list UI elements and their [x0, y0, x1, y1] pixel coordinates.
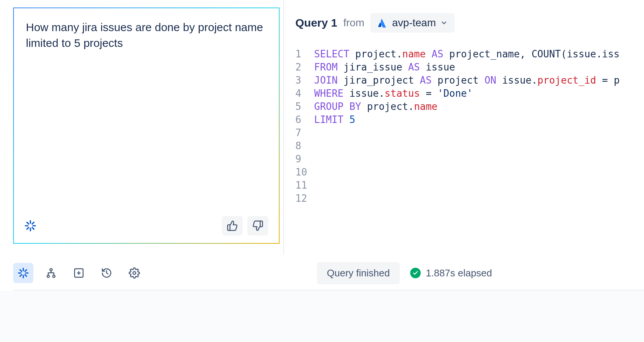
code-line: 6LIMIT 5 — [295, 113, 644, 126]
code-content: LIMIT 5 — [314, 113, 355, 126]
line-number: 9 — [295, 153, 314, 166]
svg-line-12 — [20, 270, 21, 271]
code-line: 4WHERE issue.status = 'Done' — [295, 87, 644, 100]
elapsed-label: 1.887s elapsed — [426, 267, 492, 279]
code-line: 12 — [295, 192, 644, 205]
thumbs-up-icon — [227, 220, 238, 231]
line-number: 3 — [295, 74, 314, 87]
line-number: 4 — [295, 87, 314, 100]
toolbar-icons — [13, 263, 144, 283]
svg-line-6 — [32, 222, 34, 224]
ai-sparkle-icon — [18, 267, 29, 279]
code-content: FROM jira_issue AS issue — [314, 61, 455, 74]
settings-toolbar-button[interactable] — [124, 263, 144, 283]
thumbs-down-button[interactable] — [247, 216, 268, 236]
query-status-chip: Query finished — [317, 262, 400, 284]
main-container: How many jira issues are done by project… — [0, 0, 644, 255]
code-line: 2FROM jira_issue AS issue — [295, 61, 644, 74]
panel-toolbar-button[interactable] — [69, 263, 89, 283]
source-name: avp-team — [392, 17, 436, 29]
code-line: 1SELECT project.name AS project_name, CO… — [295, 48, 644, 61]
code-content: WHERE issue.status = 'Done' — [314, 87, 473, 100]
feedback-buttons — [222, 216, 268, 236]
prompt-text: How many jira issues are done by project… — [26, 20, 267, 51]
code-line: 8 — [295, 140, 644, 153]
elapsed-time: 1.887s elapsed — [410, 267, 492, 279]
divider — [13, 290, 644, 291]
code-line: 11 — [295, 179, 644, 192]
prompt-panel: How many jira issues are done by project… — [0, 0, 283, 255]
ai-sparkle-icon — [24, 220, 36, 232]
gear-icon — [129, 267, 140, 279]
svg-line-13 — [25, 274, 26, 276]
bottom-toolbar: Query finished 1.887s elapsed — [0, 255, 644, 291]
svg-point-20 — [133, 272, 136, 274]
chevron-down-icon — [440, 19, 448, 27]
history-icon — [101, 267, 112, 279]
code-line: 3JOIN jira_project AS project ON issue.p… — [295, 74, 644, 87]
line-number: 7 — [295, 126, 314, 140]
svg-line-5 — [32, 228, 34, 230]
sql-editor[interactable]: 1SELECT project.name AS project_name, CO… — [295, 48, 644, 205]
thumbs-up-button[interactable] — [222, 216, 243, 236]
panel-icon — [73, 267, 84, 279]
query-from-label: from — [343, 17, 364, 29]
code-line: 7 — [295, 126, 644, 140]
ai-prompt-box[interactable]: How many jira issues are done by project… — [13, 8, 280, 244]
query-header: Query 1 from avp-team — [295, 13, 644, 33]
line-number: 1 — [295, 48, 314, 61]
schema-icon — [45, 267, 57, 279]
line-number: 8 — [295, 140, 314, 153]
ai-toolbar-button[interactable] — [13, 263, 33, 283]
code-content: SELECT project.name AS project_name, COU… — [314, 48, 620, 61]
code-content: JOIN jira_project AS project ON issue.pr… — [314, 74, 620, 87]
line-number: 11 — [295, 179, 314, 192]
source-selector[interactable]: avp-team — [370, 13, 455, 33]
status-area: Query finished 1.887s elapsed — [317, 262, 492, 284]
prompt-footer — [24, 216, 268, 236]
query-panel: Query 1 from avp-team 1SELECT project.na… — [283, 0, 644, 255]
line-number: 12 — [295, 192, 314, 205]
thumbs-down-icon — [252, 220, 263, 231]
schema-toolbar-button[interactable] — [41, 263, 61, 283]
line-number: 10 — [295, 166, 314, 179]
line-number: 2 — [295, 61, 314, 74]
history-toolbar-button[interactable] — [96, 263, 117, 283]
svg-line-15 — [20, 274, 21, 276]
svg-line-7 — [27, 228, 29, 230]
svg-line-14 — [25, 270, 26, 271]
atlassian-icon — [377, 18, 388, 28]
code-line: 9 — [295, 153, 644, 166]
line-number: 6 — [295, 113, 314, 126]
code-line: 10 — [295, 166, 644, 179]
check-circle-icon — [410, 268, 421, 278]
code-content: GROUP BY project.name — [314, 100, 438, 113]
svg-line-4 — [27, 222, 29, 224]
code-line: 5GROUP BY project.name — [295, 100, 644, 113]
line-number: 5 — [295, 100, 314, 113]
query-title: Query 1 — [295, 16, 337, 29]
